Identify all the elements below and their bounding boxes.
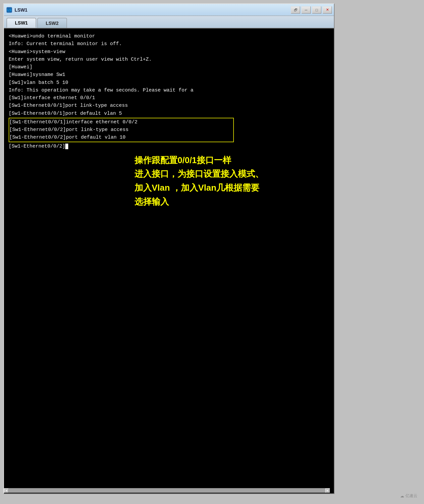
title-left: LS LSW1 xyxy=(6,7,27,13)
close-icon: ✕ xyxy=(326,8,329,12)
terminal-line-11: [Sw1-Ethernet0/0/1]port default vlan 5 xyxy=(9,110,329,117)
terminal-line-14: [Sw1-Ethernet0/0/2]port default vlan 10 xyxy=(9,134,233,141)
terminal-line-1: <Huawei>undo terminal monitor xyxy=(9,32,329,40)
annotation-line-3: 加入Vlan ，加入Vlan几根据需要 xyxy=(134,181,329,195)
terminal-line-7: [Sw1]vlan batch 5 10 xyxy=(9,79,329,87)
highlighted-block: [Sw1-Ethernet0/0/1]interface ethernet 0/… xyxy=(9,118,234,142)
annotation-text: 操作跟配置0/0/1接口一样 进入接口，为接口设置接入模式、 加入Vlan ，加… xyxy=(134,154,329,209)
terminal-line-8: Info: This operation may take a few seco… xyxy=(9,87,329,94)
main-window: LS LSW1 🗗 ─ □ ✕ LSW1 LSW2 xyxy=(3,3,335,494)
terminal-line-3: <Huawei>system-view xyxy=(9,48,329,56)
annotation-line-1: 操作跟配置0/0/1接口一样 xyxy=(134,154,329,167)
watermark: ☁ 亿速云 xyxy=(400,493,417,499)
maximize-button[interactable]: □ xyxy=(312,6,321,14)
window-title: LSW1 xyxy=(15,7,27,13)
restore-icon: 🗗 xyxy=(294,8,297,12)
watermark-text: 亿速云 xyxy=(405,493,417,499)
terminal-line-6: [Huawei]sysname Sw1 xyxy=(9,71,329,79)
terminal-line-13: [Sw1-Ethernet0/0/2]port link-type access xyxy=(9,126,233,134)
annotation-line-4: 选择输入 xyxy=(134,195,329,209)
maximize-icon: □ xyxy=(316,8,318,12)
terminal-line-12: [Sw1-Ethernet0/0/1]interface ethernet 0/… xyxy=(9,118,233,126)
terminal-line-5: [Huawei] xyxy=(9,63,329,71)
terminal-line-15: [Sw1-Ethernet0/0/2] xyxy=(9,143,329,150)
app-icon: LS xyxy=(6,7,13,13)
scroll-right-button[interactable]: ▶ xyxy=(325,488,330,493)
terminal-line-2: Info: Current terminal monitor is off. xyxy=(9,40,329,48)
scrollbar-track[interactable] xyxy=(9,488,325,493)
title-bar: LS LSW1 🗗 ─ □ ✕ xyxy=(4,4,334,16)
title-buttons: 🗗 ─ □ ✕ xyxy=(291,6,332,14)
close-button[interactable]: ✕ xyxy=(323,6,332,14)
terminal-line-10: [Sw1-Ethernet0/0/1]port link-type access xyxy=(9,102,329,109)
horizontal-scrollbar[interactable]: ◀ ▶ xyxy=(4,488,330,493)
minimize-button[interactable]: ─ xyxy=(301,6,311,14)
tab-lsw2[interactable]: LSW2 xyxy=(37,18,67,28)
tab-lsw1[interactable]: LSW1 xyxy=(7,18,36,28)
restore-button[interactable]: 🗗 xyxy=(291,6,300,14)
terminal-line-4: Enter system view, return user view with… xyxy=(9,56,329,63)
terminal-area[interactable]: <Huawei>undo terminal monitor Info: Curr… xyxy=(4,29,334,493)
minimize-icon: ─ xyxy=(305,8,307,12)
svg-text:LS: LS xyxy=(7,8,11,12)
watermark-icon: ☁ xyxy=(400,494,404,498)
tab-bar: LSW1 LSW2 xyxy=(4,16,334,29)
terminal-line-9: [Sw1]interface ethernet 0/0/1 xyxy=(9,94,329,102)
annotation-line-2: 进入接口，为接口设置接入模式、 xyxy=(134,167,329,181)
scroll-left-button[interactable]: ◀ xyxy=(4,488,9,493)
